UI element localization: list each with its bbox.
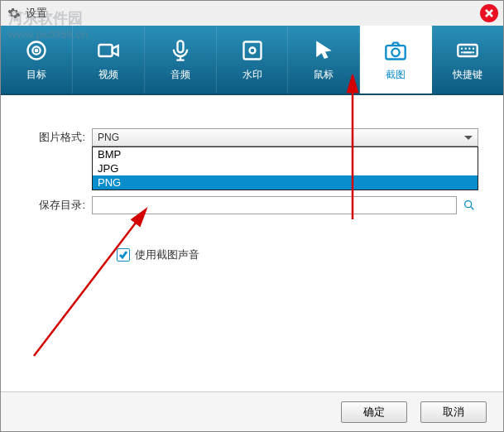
image-format-select[interactable]: PNG: [92, 128, 478, 146]
tab-label: 截图: [386, 68, 406, 82]
check-icon: [118, 250, 128, 260]
tab-target[interactable]: 目标: [1, 26, 73, 94]
tab-label: 目标: [26, 68, 46, 82]
settings-window: 设置 河东软件园 www.pc0359.cn 目标 视频 音频 水印 鼠标: [0, 0, 504, 432]
dropdown-item-png[interactable]: PNG: [93, 175, 478, 190]
svg-rect-4: [177, 41, 183, 52]
dropdown-item-jpg[interactable]: JPG: [93, 161, 478, 175]
chevron-down-icon: [464, 136, 473, 140]
browse-button[interactable]: [460, 196, 478, 214]
tab-audio[interactable]: 音频: [145, 26, 217, 94]
search-icon: [463, 199, 476, 212]
mic-icon: [168, 38, 193, 63]
svg-rect-5: [243, 41, 261, 59]
content-area: 图片格式: PNG BMP JPG PNG 保存目录: 使用截图声音: [1, 95, 503, 391]
tab-mouse[interactable]: 鼠标: [288, 26, 360, 94]
tab-label: 鼠标: [314, 68, 334, 82]
save-dir-label: 保存目录:: [26, 198, 92, 213]
tabbar: 目标 视频 音频 水印 鼠标 截图 快捷键: [1, 26, 503, 95]
video-icon: [96, 38, 121, 63]
save-dir-row: 保存目录:: [26, 196, 478, 214]
camera-icon: [383, 38, 408, 63]
tab-video[interactable]: 视频: [73, 26, 145, 94]
svg-rect-3: [98, 45, 112, 56]
cancel-button[interactable]: 取消: [420, 401, 487, 423]
sound-checkbox[interactable]: [117, 248, 130, 262]
annotation-arrow-diag: [26, 203, 158, 360]
sound-checkbox-row: 使用截图声音: [117, 247, 478, 262]
tab-hotkey[interactable]: 快捷键: [432, 26, 503, 94]
image-format-label: 图片格式:: [26, 130, 92, 145]
sound-checkbox-label: 使用截图声音: [135, 247, 199, 262]
svg-point-6: [249, 47, 255, 53]
tab-label: 水印: [242, 68, 262, 82]
svg-point-8: [392, 48, 400, 55]
svg-point-2: [35, 49, 38, 52]
tab-screenshot[interactable]: 截图: [360, 26, 432, 94]
ok-button[interactable]: 确定: [341, 401, 407, 423]
svg-line-12: [34, 215, 142, 356]
titlebar: 设置: [1, 1, 503, 26]
gear-icon: [7, 7, 21, 20]
format-dropdown: BMP JPG PNG: [92, 146, 478, 190]
target-icon: [24, 38, 49, 63]
image-format-row: 图片格式: PNG: [26, 128, 478, 146]
save-dir-input[interactable]: [92, 196, 457, 214]
svg-rect-9: [458, 45, 477, 56]
svg-point-10: [465, 201, 472, 208]
watermark-icon: [240, 38, 265, 63]
footer: 确定 取消: [1, 391, 503, 431]
close-icon: [484, 8, 494, 18]
cursor-icon: [311, 38, 336, 63]
tab-label: 快捷键: [453, 68, 482, 82]
dropdown-item-bmp[interactable]: BMP: [93, 147, 478, 161]
tab-label: 音频: [170, 68, 190, 82]
window-title: 设置: [26, 6, 47, 21]
tab-label: 视频: [98, 68, 118, 82]
select-value: PNG: [98, 132, 119, 143]
keyboard-icon: [455, 38, 480, 63]
tab-watermark[interactable]: 水印: [217, 26, 289, 94]
close-button[interactable]: [480, 4, 498, 22]
